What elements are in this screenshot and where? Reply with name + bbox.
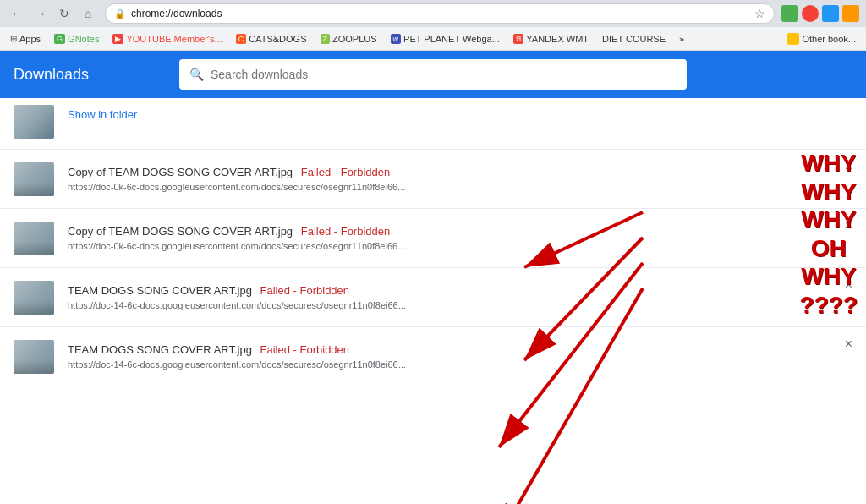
petplanet-icon: w <box>391 34 402 44</box>
download-item-2: Copy of TEAM DOGS SONG COVER ART.jpg Fai… <box>0 209 866 268</box>
download-info-4: TEAM DOGS SONG COVER ART.jpg Failed - Fo… <box>68 343 852 370</box>
why-line-1: WHY <box>800 149 858 178</box>
download-item-1: Copy of TEAM DOGS SONG COVER ART.jpg Fai… <box>0 150 866 209</box>
download-name-2: Copy of TEAM DOGS SONG COVER ART.jpg Fai… <box>68 225 852 238</box>
petplanet-label: PET PLANET Webga... <box>403 34 500 44</box>
downloads-list: Show in folder Copy of TEAM DOGS SONG CO… <box>0 98 866 504</box>
file-name-4: TEAM DOGS SONG COVER ART.jpg <box>68 343 252 356</box>
download-url-3: https://doc-14-6c-docs.googleusercontent… <box>68 300 852 310</box>
home-button[interactable]: ⌂ <box>78 3 98 24</box>
download-name-3: TEAM DOGS SONG COVER ART.jpg Failed - Fo… <box>68 284 852 297</box>
download-url-1: https://doc-0k-6c-docs.googleusercontent… <box>68 182 852 192</box>
apps-bookmark[interactable]: ⊞ Apps <box>5 32 46 46</box>
close-button-4[interactable]: × <box>841 336 856 353</box>
lock-icon: 🔒 <box>114 8 126 19</box>
why-line-4: OH <box>800 234 858 263</box>
other-bookmarks-label: Other book... <box>802 34 856 44</box>
download-item-3: TEAM DOGS SONG COVER ART.jpg Failed - Fo… <box>0 268 866 327</box>
why-line-6: ???? <box>800 291 858 320</box>
dietcourse-label: DIET COURSE <box>602 34 666 44</box>
address-bar[interactable]: 🔒 chrome://downloads ☆ <box>105 3 775 24</box>
zooplus-icon: Z <box>321 34 331 44</box>
youtube-icon: ▶ <box>112 34 123 44</box>
catsdogs-icon: C <box>236 34 247 44</box>
download-url-2: https://doc-0k-6c-docs.googleusercontent… <box>68 241 852 251</box>
title-bar: ← → ↻ ⌂ 🔒 chrome://downloads ☆ <box>0 0 866 27</box>
file-thumbnail-2 <box>14 222 54 255</box>
more-bookmarks[interactable]: » <box>674 32 689 46</box>
zooplus-bookmark[interactable]: Z ZOOPLUS <box>315 32 382 46</box>
downloads-header: Downloads 🔍 <box>0 51 866 98</box>
show-folder-link[interactable]: Show in folder <box>68 108 137 121</box>
gnotes-label: GNotes <box>68 34 99 44</box>
yandex-icon: Я <box>513 34 524 44</box>
ext-icon-3 <box>822 5 839 22</box>
dietcourse-bookmark[interactable]: DIET COURSE <box>597 32 671 46</box>
apps-label: Apps <box>19 34 41 44</box>
status-4: Failed - Forbidden <box>260 343 350 356</box>
status-2: Failed - Forbidden <box>301 225 391 238</box>
download-name-1: Copy of TEAM DOGS SONG COVER ART.jpg Fai… <box>68 166 852 178</box>
bookmark-star-button[interactable]: ☆ <box>754 7 765 20</box>
why-line-3: WHY <box>800 205 858 234</box>
file-thumbnail-1 <box>14 162 54 196</box>
download-info-1: Copy of TEAM DOGS SONG COVER ART.jpg Fai… <box>68 166 852 192</box>
bookmarks-bar: ⊞ Apps G GNotes ▶ YOUTUBE Member's... C … <box>0 27 866 51</box>
download-name-4: TEAM DOGS SONG COVER ART.jpg Failed - Fo… <box>68 343 852 356</box>
zooplus-label: ZOOPLUS <box>332 34 377 44</box>
ext-icon-1 <box>781 5 798 22</box>
status-1: Failed - Forbidden <box>301 166 391 178</box>
yandex-label: YANDEX WMT <box>526 34 589 44</box>
search-input[interactable] <box>211 68 677 81</box>
apps-icon: ⊞ <box>10 34 17 43</box>
download-item-4: TEAM DOGS SONG COVER ART.jpg Failed - Fo… <box>0 327 866 386</box>
catsdogs-label: CATS&DOGS <box>249 34 306 44</box>
gnotes-icon: G <box>54 34 65 44</box>
forward-button[interactable]: → <box>30 3 51 24</box>
download-info-3: TEAM DOGS SONG COVER ART.jpg Failed - Fo… <box>68 284 852 310</box>
nav-buttons: ← → ↻ ⌂ <box>7 3 98 24</box>
why-overlay: WHY WHY WHY OH WHY ???? <box>800 149 858 320</box>
search-icon: 🔍 <box>189 68 204 81</box>
content-area: Downloads 🔍 Show in folder <box>0 51 866 504</box>
back-button[interactable]: ← <box>7 3 27 24</box>
search-bar[interactable]: 🔍 <box>179 59 687 90</box>
file-thumbnail-3 <box>14 281 54 315</box>
extension-icons <box>781 5 859 22</box>
gnotes-bookmark[interactable]: G GNotes <box>49 32 104 46</box>
petplanet-bookmark[interactable]: w PET PLANET Webga... <box>386 32 505 46</box>
status-3: Failed - Forbidden <box>260 284 350 297</box>
file-name-3: TEAM DOGS SONG COVER ART.jpg <box>68 284 252 297</box>
reload-button[interactable]: ↻ <box>54 3 74 24</box>
download-info-2: Copy of TEAM DOGS SONG COVER ART.jpg Fai… <box>68 225 852 251</box>
file-thumbnail-0 <box>14 105 54 139</box>
ext-icon-2 <box>802 5 819 22</box>
yandex-bookmark[interactable]: Я YANDEX WMT <box>508 32 594 46</box>
url-display: chrome://downloads <box>131 8 222 19</box>
why-line-2: WHY <box>800 178 858 206</box>
file-thumbnail-4 <box>14 340 54 374</box>
youtube-bookmark[interactable]: ▶ YOUTUBE Member's... <box>107 32 227 46</box>
ext-icon-4 <box>842 5 859 22</box>
other-bookmarks-icon <box>787 33 799 45</box>
download-item-0: Show in folder <box>0 98 866 150</box>
other-bookmarks[interactable]: Other book... <box>782 31 861 47</box>
why-line-5: WHY <box>800 262 858 291</box>
show-folder-info: Show in folder <box>68 105 137 121</box>
downloads-title: Downloads <box>14 66 166 84</box>
file-name-1: Copy of TEAM DOGS SONG COVER ART.jpg <box>68 166 293 178</box>
youtube-label: YOUTUBE Member's... <box>126 34 222 44</box>
download-url-4: https://doc-14-6c-docs.googleusercontent… <box>68 359 852 370</box>
catsdogs-bookmark[interactable]: C CATS&DOGS <box>231 32 312 46</box>
file-name-2: Copy of TEAM DOGS SONG COVER ART.jpg <box>68 225 293 238</box>
